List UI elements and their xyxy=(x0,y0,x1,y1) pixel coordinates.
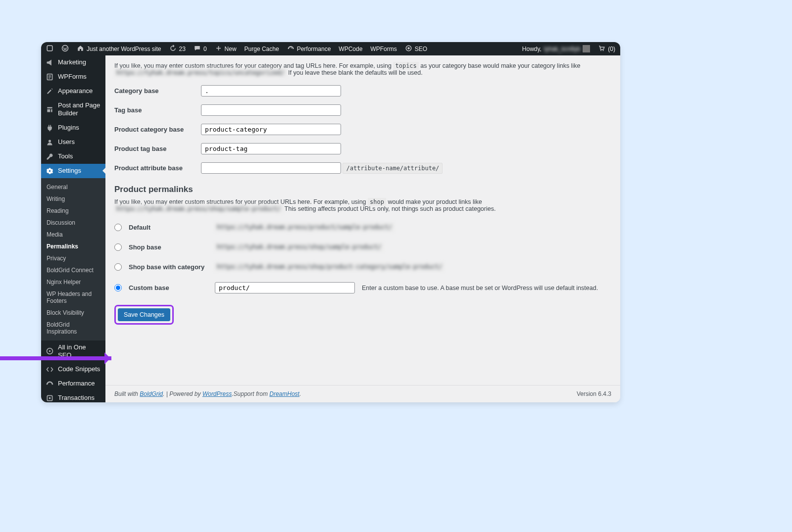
permalink-option-shop-base-category[interactable]: Shop base with category https://tyhak.dr… xyxy=(114,257,610,277)
cart-link[interactable]: (0) xyxy=(598,45,615,53)
sidebar-item-plugins[interactable]: Plugins xyxy=(41,121,105,135)
content-area: If you like, you may enter custom struct… xyxy=(105,55,620,402)
footer-link-wordpress[interactable]: WordPress xyxy=(202,390,232,397)
site-title: Just another WordPress site xyxy=(87,46,161,52)
wordpress-logo-icon[interactable] xyxy=(61,45,69,53)
sidebar-item-transactions[interactable]: Transactions xyxy=(41,391,105,402)
radio-custom-base[interactable] xyxy=(114,284,122,291)
svg-point-8 xyxy=(49,170,50,171)
optional-intro: If you like, you may enter custom struct… xyxy=(114,62,610,76)
target-icon xyxy=(405,45,412,53)
input-tag-base[interactable] xyxy=(201,104,341,116)
howdy-username: tyhak_kcn8yb xyxy=(544,46,580,52)
footer-link-dreamhost[interactable]: DreamHost xyxy=(269,390,299,397)
annotation-arrow xyxy=(0,356,111,360)
radio-default[interactable] xyxy=(114,224,122,231)
input-product-category-base[interactable] xyxy=(201,124,341,135)
cart-count: (0) xyxy=(608,46,615,52)
comment-icon xyxy=(194,45,201,53)
submenu-reading[interactable]: Reading xyxy=(41,205,105,217)
site-home-link[interactable]: Just another WordPress site xyxy=(77,45,161,53)
svg-point-10 xyxy=(49,350,50,352)
submenu-block-visibility[interactable]: Block Visibility xyxy=(41,307,105,319)
submenu-wp-headers-footers[interactable]: WP Headers and Footers xyxy=(41,288,105,307)
sidebar-item-marketing[interactable]: Marketing xyxy=(41,55,105,70)
input-custom-base[interactable] xyxy=(215,282,355,293)
radio-shop-base[interactable] xyxy=(114,243,122,251)
updates-link[interactable]: 23 xyxy=(169,45,186,53)
svg-point-5 xyxy=(603,49,604,50)
label-product-attribute-base: Product attribute base xyxy=(114,158,201,178)
submenu-boldgrid-connect[interactable]: BoldGrid Connect xyxy=(41,264,105,276)
svg-point-3 xyxy=(407,47,410,49)
submenu-general[interactable]: General xyxy=(41,181,105,193)
submenu-media[interactable]: Media xyxy=(41,229,105,241)
sidebar-item-page-builder[interactable]: Post and Page Builder xyxy=(41,98,105,121)
comments-link[interactable]: 0 xyxy=(194,45,207,53)
svg-point-4 xyxy=(600,49,601,50)
submenu-writing[interactable]: Writing xyxy=(41,193,105,205)
example-code-shop: shop xyxy=(368,198,386,206)
admin-sidebar: Marketing WPForms Appearance Post and Pa… xyxy=(41,55,105,402)
settings-submenu: General Writing Reading Discussion Media… xyxy=(41,178,105,340)
svg-rect-0 xyxy=(47,46,52,51)
new-label: New xyxy=(225,46,237,52)
blurred-shop-url: https://tyhak.dream.press/shop/sample-pr… xyxy=(114,205,283,213)
about-icon[interactable] xyxy=(46,45,53,53)
submenu-discussion[interactable]: Discussion xyxy=(41,217,105,229)
label-product-tag-base: Product tag base xyxy=(114,139,201,158)
permalink-option-shop-base[interactable]: Shop base https://tyhak.dream.press/shop… xyxy=(114,237,610,257)
admin-bar: Just another WordPress site 23 0 New Pur… xyxy=(41,42,620,55)
plus-icon xyxy=(215,45,222,53)
wpcode-link[interactable]: WPCode xyxy=(339,46,362,52)
svg-point-7 xyxy=(49,140,51,142)
sidebar-item-wpforms[interactable]: WPForms xyxy=(41,70,105,84)
seo-link[interactable]: SEO xyxy=(405,45,427,53)
update-icon xyxy=(169,45,177,53)
label-category-base: Category base xyxy=(114,81,201,100)
example-code-topics: topics xyxy=(393,62,418,70)
svg-rect-12 xyxy=(49,397,50,399)
new-link[interactable]: New xyxy=(215,45,237,53)
radio-shop-base-category[interactable] xyxy=(114,263,122,271)
footer-link-boldgrid[interactable]: BoldGrid xyxy=(140,390,163,397)
avatar-icon xyxy=(583,45,590,52)
submenu-nginx-helper[interactable]: Nginx Helper xyxy=(41,276,105,288)
submenu-privacy[interactable]: Privacy xyxy=(41,252,105,264)
product-permalinks-intro: If you like, you may enter custom struct… xyxy=(114,198,610,212)
save-button-highlight: Save Changes xyxy=(114,305,174,325)
account-link[interactable]: Howdy, tyhak_kcn8yb xyxy=(522,45,591,52)
permalink-option-custom-base[interactable]: Custom base Enter a custom base to use. … xyxy=(114,277,610,299)
heading-product-permalinks: Product permalinks xyxy=(114,185,610,194)
sidebar-item-code-snippets[interactable]: Code Snippets xyxy=(41,362,105,377)
sidebar-item-performance[interactable]: Performance xyxy=(41,377,105,391)
purge-cache-link[interactable]: Purge Cache xyxy=(245,46,279,52)
blurred-url-example: https://tyhak.dream.press/topics/uncateg… xyxy=(114,69,287,77)
sidebar-item-tools[interactable]: Tools xyxy=(41,149,105,164)
cart-icon xyxy=(598,45,605,53)
wordpress-admin-window: Just another WordPress site 23 0 New Pur… xyxy=(41,42,620,402)
permalink-option-default[interactable]: Default https://tyhak.dream.press/produc… xyxy=(114,217,610,237)
comments-count: 0 xyxy=(203,46,207,52)
submenu-permalinks[interactable]: Permalinks xyxy=(41,241,105,252)
sidebar-item-settings[interactable]: Settings xyxy=(41,164,105,178)
home-icon xyxy=(77,45,84,53)
wpforms-link[interactable]: WPForms xyxy=(370,46,396,52)
attribute-suffix-label: /attribute-name/attribute/ xyxy=(343,163,443,174)
input-product-attribute-base[interactable] xyxy=(201,162,341,174)
admin-footer: Built with BoldGrid. | Powered by WordPr… xyxy=(105,385,620,402)
custom-base-hint: Enter a custom base to use. A base must … xyxy=(362,285,598,291)
howdy-text: Howdy, xyxy=(522,46,542,52)
updates-count: 23 xyxy=(179,46,186,52)
sidebar-item-users[interactable]: Users xyxy=(41,135,105,149)
input-category-base[interactable] xyxy=(201,85,341,97)
gauge-icon xyxy=(287,45,295,53)
version-text: Version 6.4.3 xyxy=(577,390,611,397)
label-tag-base: Tag base xyxy=(114,100,201,120)
save-changes-button[interactable]: Save Changes xyxy=(118,308,170,321)
submenu-boldgrid-inspirations[interactable]: BoldGrid Inspirations xyxy=(41,319,105,338)
label-product-category-base: Product category base xyxy=(114,120,201,139)
sidebar-item-appearance[interactable]: Appearance xyxy=(41,84,105,98)
performance-link[interactable]: Performance xyxy=(287,45,331,53)
input-product-tag-base[interactable] xyxy=(201,143,341,154)
